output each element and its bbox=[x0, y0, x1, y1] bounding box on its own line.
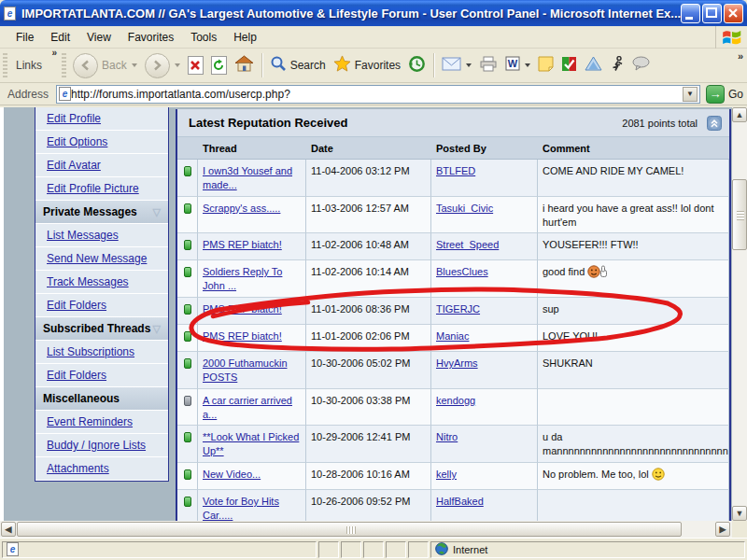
sidebar-link[interactable]: List Subscriptions bbox=[35, 341, 168, 364]
reputation-icon bbox=[184, 331, 191, 342]
sidebar-item-label: Miscellaneous bbox=[43, 392, 120, 405]
thread-link[interactable]: PMS REP biatch! bbox=[203, 239, 282, 250]
posted-by-link[interactable]: HvyArms bbox=[436, 357, 478, 369]
close-button[interactable] bbox=[724, 4, 743, 23]
sidebar-link[interactable]: Track Messages bbox=[35, 271, 168, 294]
posted-by-link[interactable]: Tasuki_Civic bbox=[436, 203, 493, 214]
sidebar-link[interactable]: Send New Message bbox=[35, 247, 168, 271]
posted-by-link[interactable]: Maniac bbox=[436, 330, 469, 342]
posted-by-cell: BluesClues bbox=[431, 260, 538, 298]
favorites-button[interactable]: Favorites bbox=[330, 53, 404, 77]
posted-by-link[interactable]: kelly bbox=[436, 469, 457, 480]
toolbar-grip[interactable] bbox=[62, 53, 66, 77]
edit-button[interactable]: W bbox=[501, 54, 534, 77]
posted-by-cell: Tasuki_Civic bbox=[431, 197, 538, 234]
sidebar-link[interactable]: Buddy / Ignore Lists bbox=[35, 434, 168, 457]
mail-dropdown-icon[interactable] bbox=[466, 63, 472, 67]
sidebar-link[interactable]: Attachments bbox=[35, 457, 168, 481]
back-dropdown-icon[interactable] bbox=[132, 63, 137, 67]
posted-by-link[interactable]: HalfBaked bbox=[436, 496, 484, 507]
messenger-button[interactable] bbox=[628, 54, 654, 77]
go-button[interactable]: → Go bbox=[706, 85, 743, 104]
back-button[interactable]: Back bbox=[69, 51, 141, 80]
collapse-button[interactable] bbox=[707, 116, 722, 131]
posted-by-link[interactable]: Nitro bbox=[436, 431, 458, 442]
toolbar-overflow-chevron-icon[interactable]: » bbox=[738, 50, 743, 62]
sidebar-link[interactable]: Edit Profile Picture bbox=[35, 177, 168, 201]
thread-cell: New Video... bbox=[198, 463, 306, 490]
forward-button[interactable] bbox=[141, 51, 184, 80]
menu-item-tools[interactable]: Tools bbox=[182, 28, 225, 47]
reputation-icon-cell bbox=[177, 426, 198, 463]
vertical-scroll-thumb[interactable] bbox=[732, 179, 747, 250]
scroll-right-icon[interactable]: ▶ bbox=[715, 522, 730, 537]
posted-by-link[interactable]: BTLFED bbox=[436, 165, 475, 176]
thread-link[interactable]: **Look What I Picked Up** bbox=[203, 431, 299, 456]
thread-link[interactable]: 2000 Futhamuckin POSTS bbox=[203, 357, 288, 383]
triangle-button[interactable] bbox=[581, 54, 606, 77]
thread-link[interactable]: A car carrier arrived a... bbox=[203, 395, 292, 420]
posted-by-link[interactable]: TIGERJC bbox=[436, 303, 480, 315]
table-header-row: Thread Date Posted By Comment bbox=[177, 137, 729, 160]
posted-by-link[interactable]: Street_Speed bbox=[436, 239, 499, 250]
maximize-button[interactable] bbox=[702, 4, 722, 23]
forward-dropdown-icon[interactable] bbox=[175, 63, 180, 67]
edit-dropdown-icon[interactable] bbox=[525, 63, 530, 67]
sidebar-link[interactable]: Edit Profile bbox=[35, 107, 168, 131]
vertical-scrollbar[interactable]: ▲ ▼ bbox=[732, 107, 747, 521]
thread-link[interactable]: New Video... bbox=[203, 469, 261, 480]
history-button[interactable] bbox=[404, 53, 430, 78]
menu-item-view[interactable]: View bbox=[78, 28, 120, 47]
thread-link[interactable]: I own3d Yousef and made... bbox=[203, 165, 292, 190]
reputation-icon-cell bbox=[177, 389, 198, 427]
stop-icon bbox=[188, 56, 204, 75]
toolbar-grip[interactable] bbox=[3, 53, 7, 77]
sticky-note-button[interactable] bbox=[534, 54, 557, 77]
aim-runner-button[interactable] bbox=[606, 54, 628, 77]
links-bar[interactable]: Links » bbox=[10, 59, 59, 72]
mail-button[interactable] bbox=[438, 55, 475, 77]
thread-link[interactable]: PMS REP biatch! bbox=[203, 303, 282, 315]
menu-item-favorites[interactable]: Favorites bbox=[120, 28, 182, 47]
antivirus-check-button[interactable] bbox=[557, 54, 581, 77]
back-icon bbox=[73, 53, 98, 78]
horizontal-scroll-thumb[interactable] bbox=[17, 522, 682, 537]
scroll-left-icon[interactable]: ◀ bbox=[1, 522, 16, 537]
thread-link[interactable]: PMS REP biatch! bbox=[203, 330, 282, 342]
sidebar-item-label: Event Reminders bbox=[47, 415, 133, 428]
sidebar-link[interactable]: Edit Avatar bbox=[35, 154, 168, 177]
search-button[interactable]: Search bbox=[266, 53, 330, 77]
address-dropdown-icon[interactable]: ▼ bbox=[683, 87, 698, 102]
sidebar-link[interactable]: Edit Folders bbox=[35, 294, 168, 317]
links-overflow-chevron-icon[interactable]: » bbox=[51, 48, 57, 58]
sidebar-link[interactable]: Edit Options bbox=[35, 131, 168, 154]
minimize-button[interactable] bbox=[681, 4, 700, 23]
menu-item-help[interactable]: Help bbox=[225, 28, 265, 47]
thread-link[interactable]: Soldiers Reply To John ... bbox=[203, 266, 282, 291]
browser-window: e IMPORTATLANTA.COM // GA's Largest Auto… bbox=[0, 0, 747, 560]
refresh-button[interactable] bbox=[207, 54, 231, 77]
scroll-up-icon[interactable]: ▲ bbox=[732, 107, 747, 122]
sidebar-link[interactable]: Edit Folders bbox=[35, 364, 168, 387]
status-main-panel: e bbox=[2, 541, 317, 558]
posted-by-link[interactable]: BluesClues bbox=[436, 266, 488, 277]
posted-by-link[interactable]: kendogg bbox=[436, 395, 475, 406]
thread-link[interactable]: Scrappy's ass..... bbox=[203, 203, 280, 214]
column-date: Date bbox=[306, 143, 431, 154]
scroll-down-icon[interactable]: ▼ bbox=[732, 506, 747, 521]
menu-item-edit[interactable]: Edit bbox=[42, 28, 78, 47]
stop-button[interactable] bbox=[184, 54, 207, 77]
status-cell bbox=[341, 541, 361, 558]
sidebar-link[interactable]: List Messages bbox=[35, 224, 168, 247]
horizontal-scrollbar[interactable]: ◀ ▶ bbox=[0, 521, 747, 538]
print-button[interactable] bbox=[475, 54, 501, 77]
home-button[interactable] bbox=[231, 53, 258, 77]
windows-logo-icon bbox=[715, 26, 747, 49]
sidebar-item-label: Attachments bbox=[47, 462, 109, 475]
sidebar-item-label: Edit Folders bbox=[47, 299, 106, 312]
menu-item-file[interactable]: File bbox=[7, 28, 42, 47]
address-input[interactable] bbox=[71, 88, 683, 101]
thread-link[interactable]: Vote for Boy Hits Car..... bbox=[203, 496, 279, 521]
sidebar-link[interactable]: Event Reminders bbox=[35, 411, 168, 434]
sidebar-item-label: Edit Profile Picture bbox=[47, 182, 139, 195]
